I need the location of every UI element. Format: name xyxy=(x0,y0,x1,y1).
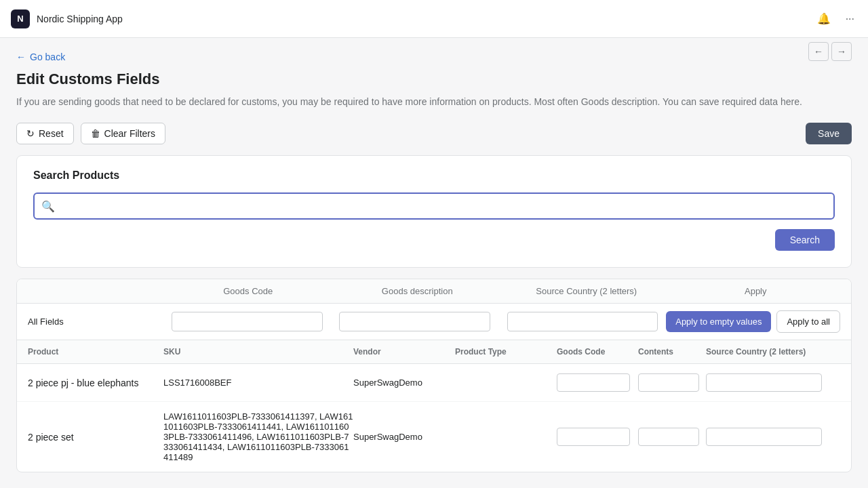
products-col-vendor: Vendor xyxy=(353,347,455,357)
filter-header-col2: Goods Code xyxy=(163,286,333,296)
product-sku: LSS1716008BEF xyxy=(163,378,353,388)
trash-icon: 🗑 xyxy=(91,128,100,139)
top-bar-left: N Nordic Shipping App xyxy=(11,9,123,28)
product-source-country-cell xyxy=(706,373,828,392)
product-source-country-cell xyxy=(706,428,828,446)
search-icon: 🔍 xyxy=(41,200,55,213)
filter-header-col5: Apply xyxy=(671,286,841,296)
app-icon: N xyxy=(11,9,30,28)
toolbar: ↻ Reset 🗑 Clear Filters Save xyxy=(16,123,852,144)
all-fields-goods-description-input[interactable] xyxy=(339,312,490,331)
back-arrow-icon: ← xyxy=(16,52,26,62)
search-input[interactable] xyxy=(33,192,835,220)
more-icon: ··· xyxy=(846,13,854,25)
search-input-wrapper: 🔍 xyxy=(33,192,835,220)
more-options-button[interactable]: ··· xyxy=(843,10,857,28)
product-vendor: SuperSwagDemo xyxy=(353,378,455,388)
all-fields-row: All Fields Apply to empty values Apply t… xyxy=(17,304,851,340)
filter-header-col4: Source Country (2 letters) xyxy=(502,286,671,296)
contents-input-1[interactable] xyxy=(638,428,699,446)
product-vendor: SuperSwagDemo xyxy=(353,432,455,442)
top-bar-right: 🔔 ··· xyxy=(814,9,857,28)
clear-filters-label: Clear Filters xyxy=(104,128,155,139)
products-col-source-country: Source Country (2 letters) xyxy=(706,347,828,357)
products-col-contents: Contents xyxy=(638,347,706,357)
table-row: 2 piece pj - blue elephants LSS1716008BE… xyxy=(17,364,851,402)
contents-input-0[interactable] xyxy=(638,373,699,392)
table-row: 2 piece set LAW1611011603PLB-73330614113… xyxy=(17,402,851,472)
next-arrow-icon: → xyxy=(837,46,846,57)
filter-header-row: Goods Code Goods description Source Coun… xyxy=(17,279,851,304)
search-button[interactable]: Search xyxy=(775,229,835,251)
source-country-input-0[interactable] xyxy=(706,373,822,392)
product-name: 2 piece pj - blue elephants xyxy=(28,378,163,388)
reset-icon: ↻ xyxy=(26,128,35,139)
page-description: If you are sending goods that need to be… xyxy=(16,95,852,109)
nav-arrows: ← → xyxy=(808,42,852,61)
next-page-button[interactable]: → xyxy=(831,42,852,61)
product-name: 2 piece set xyxy=(28,432,163,443)
product-goods-code-cell xyxy=(557,373,638,392)
product-contents-cell xyxy=(638,428,706,446)
products-header: Product SKU Vendor Product Type Goods Co… xyxy=(17,340,851,364)
top-bar: N Nordic Shipping App 🔔 ··· xyxy=(0,0,868,38)
all-fields-source-country-input[interactable] xyxy=(507,312,658,331)
table-card: Goods Code Goods description Source Coun… xyxy=(16,279,852,472)
bell-icon: 🔔 xyxy=(817,12,831,25)
goods-code-input-0[interactable] xyxy=(557,373,630,392)
search-card-title: Search Products xyxy=(33,169,835,182)
product-contents-cell xyxy=(638,373,706,392)
clear-filters-button[interactable]: 🗑 Clear Filters xyxy=(81,123,165,144)
search-card: Search Products 🔍 Search xyxy=(16,155,852,268)
source-country-input-1[interactable] xyxy=(706,428,822,446)
product-rows: 2 piece pj - blue elephants LSS1716008BE… xyxy=(17,364,851,472)
all-fields-label: All Fields xyxy=(28,317,163,327)
products-col-goods-code: Goods Code xyxy=(557,347,638,357)
product-sku: LAW1611011603PLB-7333061411397, LAW16110… xyxy=(163,411,353,462)
back-label: Go back xyxy=(30,52,65,62)
page-title: Edit Customs Fields xyxy=(16,70,852,88)
goods-code-input-1[interactable] xyxy=(557,428,630,446)
filter-header-col3: Goods description xyxy=(333,286,502,296)
toolbar-left: ↻ Reset 🗑 Clear Filters xyxy=(16,123,165,144)
prev-page-button[interactable]: ← xyxy=(808,42,829,61)
apply-to-all-button[interactable]: Apply to all xyxy=(776,310,840,333)
reset-button[interactable]: ↻ Reset xyxy=(16,123,74,144)
apply-buttons: Apply to empty values Apply to all xyxy=(666,310,840,333)
notification-bell-button[interactable]: 🔔 xyxy=(814,9,833,28)
prev-arrow-icon: ← xyxy=(814,46,823,57)
all-fields-goods-code-input[interactable] xyxy=(172,312,322,331)
products-col-product: Product xyxy=(28,347,163,357)
app-title: Nordic Shipping App xyxy=(37,14,123,24)
search-btn-row: Search xyxy=(33,229,835,251)
save-button[interactable]: Save xyxy=(806,123,852,144)
products-col-product-type: Product Type xyxy=(455,347,557,357)
apply-empty-values-button[interactable]: Apply to empty values xyxy=(666,311,771,332)
back-link[interactable]: ← Go back xyxy=(16,52,65,62)
filter-header-col1 xyxy=(28,286,163,296)
products-col-sku: SKU xyxy=(163,347,353,357)
page-container: ← Go back ← → Edit Customs Fields If you… xyxy=(0,38,868,486)
reset-label: Reset xyxy=(39,128,64,139)
product-goods-code-cell xyxy=(557,428,638,446)
